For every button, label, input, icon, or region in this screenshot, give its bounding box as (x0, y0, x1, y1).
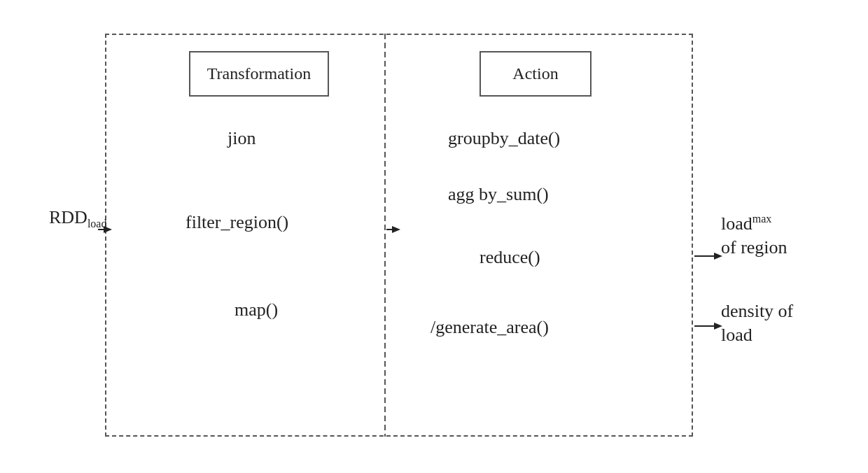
jion-label: jion (227, 128, 255, 149)
transformation-label: Transformation (207, 64, 311, 83)
action-box: Action (479, 51, 592, 97)
output-load-label: loadmax of region (721, 212, 788, 260)
output-density-line1: density of (721, 301, 793, 321)
output-load-subtext: of region (721, 237, 788, 257)
agg-label: agg by_sum() (448, 184, 549, 205)
action-label: Action (512, 64, 558, 83)
output-density-line2: load (721, 325, 752, 345)
groupby-label: groupby_date() (448, 128, 560, 149)
output-load-text: loadmax (721, 213, 771, 234)
rdd-subscript: load (88, 218, 107, 230)
diagram: Transformation Action RDDload jion filte… (49, 27, 819, 446)
reduce-label: reduce() (479, 247, 540, 268)
map-label: map() (234, 299, 278, 320)
output-load-sup: max (752, 213, 772, 225)
output-density-label: density of load (721, 299, 793, 347)
generate-area-label: /generate_area() (430, 317, 549, 338)
rdd-text: RDDload (49, 207, 106, 227)
filter-region-label: filter_region() (186, 212, 288, 233)
transformation-box: Transformation (189, 51, 329, 97)
rdd-load-label: RDDload (49, 207, 106, 230)
